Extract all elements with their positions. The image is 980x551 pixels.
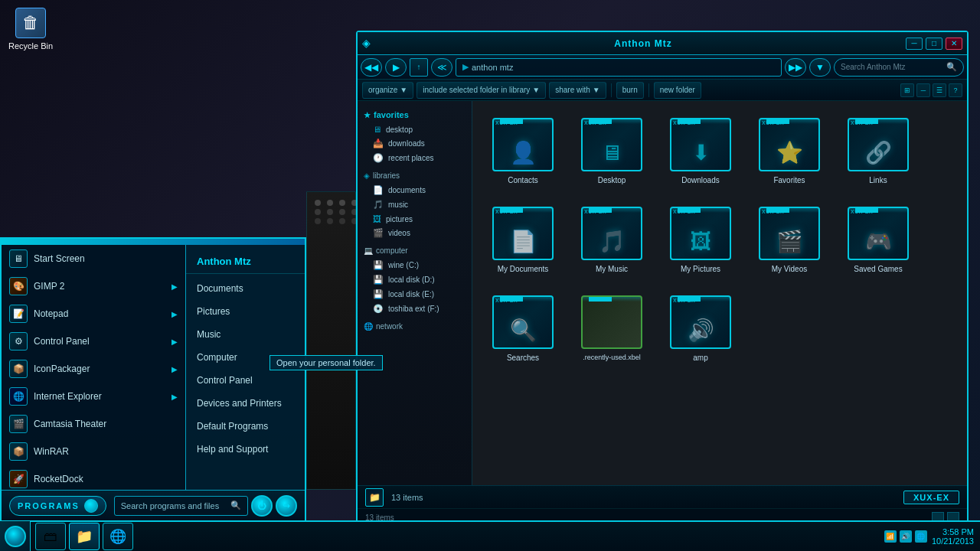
help-button[interactable]: ? [949,83,962,97]
sidebar-item-wine-c[interactable]: 💾 wine (C:) [358,258,472,272]
maximize-button[interactable]: □ [926,37,942,50]
user-power-button[interactable]: ⏻ [251,495,273,517]
explorer-body: ★ favorites 🖥 desktop 📥 downloads 🕐 rece… [358,101,967,485]
right-menu-pictures[interactable]: Pictures [186,300,305,323]
folder-name-amp: amp [693,354,707,363]
start-menu-right: Anthon Mtz Open your personal folder. Do… [185,245,305,490]
drive-d-icon: 💾 [373,275,384,285]
amp-inner-icon: 🔊 [688,318,714,343]
menu-item-notepad[interactable]: 📝 Notepad ▶ [2,300,185,328]
view-button-3[interactable]: ☰ [933,83,946,97]
shutdown-button[interactable]: ↪ [276,495,297,517]
organize-button[interactable]: organize ▼ [362,82,413,99]
search-bar[interactable]: Search programs and files 🔍 [114,496,248,516]
menu-item-iconpackager[interactable]: 📦 IconPackager ▶ [2,355,185,383]
minimize-button[interactable]: ─ [906,37,923,50]
view-button-1[interactable]: ⊞ [900,83,914,97]
sidebar-local-d-label: local disk (D:) [388,276,435,284]
sidebar-item-desktop[interactable]: 🖥 desktop [358,122,472,136]
sidebar-item-recent[interactable]: 🕐 recent places [358,151,472,165]
right-menu-default-programs[interactable]: Default Programs [186,415,305,438]
recycle-bin[interactable]: 🗑 Recycle Bin [8,8,54,51]
refresh-button[interactable]: ▶▶ [785,58,806,77]
sidebar-computer-header: 💻 computer [358,243,472,258]
sidebar-item-toshiba[interactable]: 💿 toshiba ext (F:) [358,302,472,316]
menu-item-control-panel[interactable]: ⚙ Control Panel ▶ [2,328,185,355]
sidebar-pictures-label: pictures [386,215,413,223]
saved-games-inner-icon: 🎮 [865,229,892,254]
sidebar-item-music[interactable]: 🎵 music [358,197,472,212]
sidebar-music-label: music [388,201,408,209]
recent-icon: 🕐 [373,153,384,163]
right-menu-devices[interactable]: Devices and Printers [186,392,305,415]
sidebar-item-downloads[interactable]: 📥 downloads [358,136,472,151]
right-menu-help[interactable]: Help and Support [186,438,305,461]
folder-item-my-music[interactable]: XUX-EX 🎵 My Music [573,202,650,279]
share-with-label: share with [555,86,590,94]
tray-icon-1: 📶 [884,530,897,543]
folder-grid: XUX-EX 👤 Contacts XUX-EX 🖥 Desktop [485,113,955,367]
folder-item-contacts[interactable]: XUX-EX 👤 Contacts [485,113,561,190]
include-library-button[interactable]: include selected folder in library ▼ [416,82,546,99]
folder-item-downloads[interactable]: XUX-EX ⬇ Downloads [662,113,739,190]
my-music-inner-icon: 🎵 [599,229,626,254]
start-menu-bottom: PROGRAMS Search programs and files 🔍 ⏻ ↪ [2,490,305,520]
contacts-inner-icon: 👤 [510,140,537,165]
organize-arrow: ▼ [400,86,407,94]
right-menu-documents[interactable]: Documents [186,277,305,300]
menu-item-camtasia[interactable]: 🎬 Camtasia Theater [2,410,185,438]
folder-item-recently-used[interactable]: .recently-used.xbel [573,291,650,367]
folder-item-searches[interactable]: XUX-EX 🔍 Searches [485,291,561,367]
forward-button[interactable]: ▶ [385,58,407,77]
breadcrumb-back[interactable]: ≪ [431,58,452,77]
taskbar-item-1[interactable]: 🗃 [35,523,66,550]
folder-item-links[interactable]: XUX-EX 🔗 Links [840,113,916,190]
iconpackager-label: IconPackager [34,364,90,374]
folder-icon-desktop: XUX-EX 🖥 [581,118,642,171]
start-button[interactable] [0,521,31,551]
burn-button[interactable]: burn [616,82,644,99]
taskbar-item-chrome[interactable]: 🌐 [103,523,133,550]
back-button[interactable]: ◀◀ [361,58,382,77]
folder-icon-my-music: XUX-EX 🎵 [581,207,642,260]
folder-item-saved-games[interactable]: XUX-EX 🎮 Saved Games [840,202,916,279]
folder-icon-downloads: XUX-EX ⬇ [670,118,731,171]
include-library-label: include selected folder in library [423,86,530,94]
close-button[interactable]: ✕ [946,37,962,50]
sidebar-item-local-e[interactable]: 💾 local disk (E:) [358,287,472,302]
address-path[interactable]: ▶ anthon mtz [456,58,782,77]
folder-item-amp[interactable]: XUX-EX 🔊 amp [662,291,739,367]
share-with-button[interactable]: share with ▼ [549,82,606,99]
sidebar-item-documents[interactable]: 📄 documents [358,183,472,197]
folder-item-my-videos[interactable]: XUX-EX 🎬 My Videos [751,202,828,279]
taskbar: 🗃 📁 🌐 📶 🔊 🌐 3:58 PM 10/21/2013 [0,520,980,551]
folder-item-favorites[interactable]: XUX-EX ⭐ Favorites [751,113,828,190]
folder-item-desktop[interactable]: XUX-EX 🖥 Desktop [573,113,650,190]
view-button-2[interactable]: ─ [916,83,930,97]
right-menu-control-panel[interactable]: Control Panel [186,369,305,392]
dropdown-button[interactable]: ▼ [809,58,831,77]
new-folder-button[interactable]: new folder [654,82,701,99]
taskbar-item-explorer[interactable]: 📁 [69,523,100,550]
sidebar-item-pictures[interactable]: 🖼 pictures [358,212,472,226]
menu-item-start-screen[interactable]: 🖥 Start Screen [2,245,185,272]
start-menu-left: 🖥 Start Screen 🎨 GIMP 2 ▶ 📝 Notepad ▶ ⚙ … [2,245,185,490]
sidebar-item-local-d[interactable]: 💾 local disk (D:) [358,272,472,287]
camtasia-icon: 🎬 [9,415,28,433]
folder-name-desktop: Desktop [598,176,626,185]
menu-item-gimp[interactable]: 🎨 GIMP 2 ▶ [2,272,185,300]
explorer-window-icon: ◈ [362,37,376,51]
search-box[interactable]: Search Anthon Mtz 🔍 [834,58,964,77]
menu-item-ie[interactable]: 🌐 Internet Explorer ▶ [2,383,185,410]
folder-icon-amp: XUX-EX 🔊 [670,295,731,349]
right-menu-music[interactable]: Music [186,323,305,346]
sidebar-item-videos[interactable]: 🎬 videos [358,226,472,240]
up-button[interactable]: ↑ [410,58,428,77]
my-videos-inner-icon: 🎬 [776,229,803,254]
folder-item-my-pictures[interactable]: XUX-EX 🖼 My Pictures [662,202,739,279]
folder-name-my-videos: My Videos [772,265,808,274]
menu-item-rocketdock[interactable]: 🚀 RocketDock [2,465,185,490]
explorer-toolbar: organize ▼ include selected folder in li… [358,80,967,101]
menu-item-winrar[interactable]: 📦 WinRAR [2,438,185,465]
folder-item-my-documents[interactable]: XUX-EX 📄 My Documents [485,202,561,279]
